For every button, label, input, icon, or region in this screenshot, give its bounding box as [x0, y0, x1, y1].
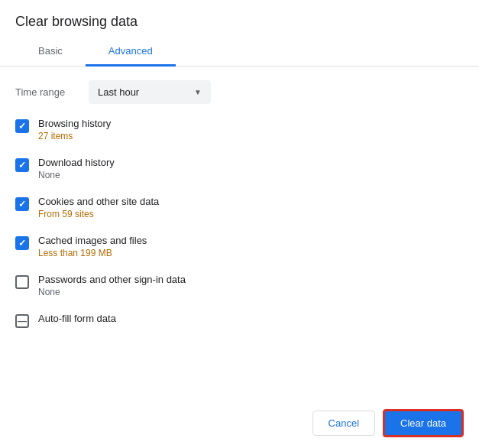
title-bar: Clear browsing data: [0, 0, 479, 37]
item-text: Cached images and files Less than 199 MB: [38, 235, 147, 258]
dialog: Clear browsing data Basic Advanced Time …: [0, 0, 479, 448]
checkmark-icon: ✓: [18, 122, 26, 131]
item-subtitle: None: [38, 287, 186, 297]
time-range-value: Last hour: [98, 86, 139, 98]
item-text: Browsing history 27 items: [38, 118, 111, 141]
item-text: Cookies and other site data From 59 site…: [38, 196, 159, 219]
list-item: ✓ Browsing history 27 items: [15, 118, 464, 141]
item-title: Cached images and files: [38, 235, 147, 246]
checkbox-box[interactable]: —: [15, 314, 29, 328]
content-area: Time range Last hour ▼ ✓ Browsing histor…: [0, 67, 479, 398]
item-text: Download history None: [38, 157, 115, 180]
item-subtitle: Less than 199 MB: [38, 248, 147, 258]
chevron-down-icon: ▼: [194, 88, 202, 96]
item-subtitle: None: [38, 170, 115, 180]
checkbox-download-history[interactable]: ✓: [15, 158, 29, 172]
checkmark-icon: ✓: [18, 239, 26, 248]
time-range-label: Time range: [15, 86, 76, 98]
checkbox-box[interactable]: ✓: [15, 275, 29, 289]
checkbox-box[interactable]: ✓: [15, 236, 29, 250]
checkbox-box[interactable]: ✓: [15, 158, 29, 172]
item-title: Auto-fill form data: [38, 313, 116, 324]
tabs-row: Basic Advanced: [0, 37, 479, 67]
footer: Cancel Clear data: [0, 398, 479, 448]
checkbox-browsing-history[interactable]: ✓: [15, 119, 29, 133]
checkbox-passwords[interactable]: ✓: [15, 275, 29, 289]
checkbox-box[interactable]: ✓: [15, 119, 29, 133]
list-item: ✓ Passwords and other sign-in data None: [15, 274, 464, 297]
clear-data-button[interactable]: Clear data: [383, 409, 464, 437]
tab-basic[interactable]: Basic: [15, 37, 86, 67]
item-title: Download history: [38, 157, 115, 168]
item-title: Cookies and other site data: [38, 196, 159, 207]
item-title: Passwords and other sign-in data: [38, 274, 186, 285]
item-text: Auto-fill form data: [38, 313, 116, 324]
item-subtitle: From 59 sites: [38, 209, 159, 219]
list-item: — Auto-fill form data: [15, 313, 464, 328]
list-item: ✓ Download history None: [15, 157, 464, 180]
time-range-select[interactable]: Last hour ▼: [89, 80, 211, 104]
cancel-button[interactable]: Cancel: [312, 411, 375, 436]
tab-advanced[interactable]: Advanced: [86, 37, 176, 67]
list-item: ✓ Cookies and other site data From 59 si…: [15, 196, 464, 219]
item-title: Browsing history: [38, 118, 111, 129]
checkmark-icon: ✓: [18, 200, 26, 209]
checkbox-cached-images[interactable]: ✓: [15, 236, 29, 250]
time-range-row: Time range Last hour ▼: [15, 80, 464, 104]
checkmark-icon: ✓: [18, 161, 26, 170]
item-text: Passwords and other sign-in data None: [38, 274, 186, 297]
scrollable-area[interactable]: Time range Last hour ▼ ✓ Browsing histor…: [0, 67, 479, 398]
checkbox-cookies[interactable]: ✓: [15, 197, 29, 211]
page-title: Clear browsing data: [15, 14, 138, 29]
checkbox-autofill[interactable]: —: [15, 314, 29, 328]
partial-icon: —: [18, 317, 27, 326]
list-item: ✓ Cached images and files Less than 199 …: [15, 235, 464, 258]
item-subtitle: 27 items: [38, 131, 111, 141]
checkbox-box[interactable]: ✓: [15, 197, 29, 211]
